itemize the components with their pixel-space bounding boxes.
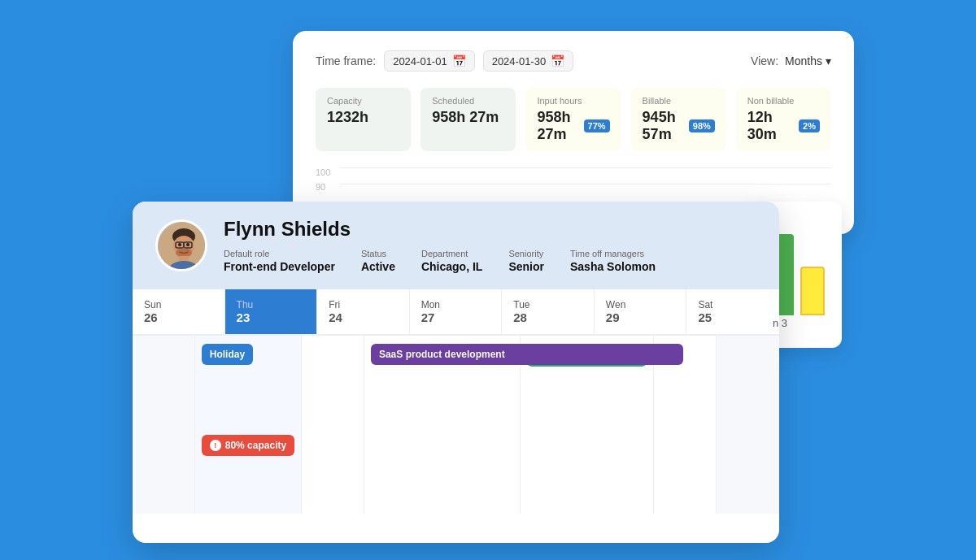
metric-nonbillable-label: Non billable	[747, 96, 820, 106]
n3-label: n 3	[773, 317, 787, 329]
profile-calendar-card: Flynn Shields Default role Front-end Dev…	[133, 202, 779, 543]
metric-input-label: Input hours	[537, 96, 609, 106]
cal-cell-thu23: Holiday ! 80% capacity	[195, 335, 302, 514]
billable-badge: 98%	[689, 119, 715, 132]
calendar-body: Holiday ! 80% capacity SaaS product deve…	[133, 335, 779, 514]
view-row: View: Months ▾	[751, 54, 831, 67]
avatar-image	[158, 222, 207, 271]
metric-nonbillable: Non billable 12h 30m 2%	[736, 88, 831, 151]
day-name-fri: Fri	[329, 299, 398, 310]
yellow-bar	[800, 267, 825, 315]
capacity-label: 80% capacity	[225, 440, 286, 451]
metric-input: Input hours 958h 27m 77%	[525, 88, 621, 151]
calendar-header: Sun 26 Thu 23 Fri 24 Mon 27 Tue 28 Wen 2…	[133, 289, 779, 335]
profile-section: Flynn Shields Default role Front-end Dev…	[133, 202, 779, 289]
seniority-label: Seniority	[508, 249, 544, 258]
view-label: View:	[751, 54, 778, 67]
chart-line-top	[340, 167, 831, 168]
cal-header-fri24: Fri 24	[317, 289, 410, 334]
cal-cell-sun26	[133, 335, 195, 514]
cal-header-tue28: Tue 28	[502, 289, 595, 334]
svg-point-9	[182, 248, 185, 250]
metric-nonbillable-value: 12h 30m 2%	[747, 109, 820, 143]
day-num-25: 25	[698, 310, 768, 324]
profile-details: Default role Front-end Developer Status …	[224, 249, 656, 273]
cal-header-wen29: Wen 29	[595, 289, 687, 334]
event-capacity[interactable]: ! 80% capacity	[202, 435, 294, 456]
metric-billable-value: 945h 57m 98%	[643, 109, 715, 143]
metric-capacity: Capacity 1232h	[316, 88, 411, 151]
input-badge: 77%	[584, 119, 610, 132]
department-label: Department	[421, 249, 482, 258]
seniority-item: Seniority Senior	[508, 249, 544, 273]
default-role-item: Default role Front-end Developer	[224, 249, 335, 273]
event-saas[interactable]: SaaS product development	[371, 344, 683, 365]
cal-header-sat25: Sat 25	[686, 289, 779, 334]
chart-line-bottom	[340, 184, 831, 184]
metric-billable-label: Billable	[643, 96, 715, 106]
metric-scheduled: Scheduled 958h 27m	[420, 88, 516, 151]
svg-point-4	[178, 243, 181, 246]
day-name-mon: Mon	[421, 299, 490, 310]
metric-capacity-label: Capacity	[327, 96, 399, 106]
nonbillable-badge: 2%	[799, 119, 820, 132]
metric-scheduled-label: Scheduled	[432, 96, 504, 106]
metric-capacity-value: 1232h	[327, 109, 399, 126]
timeframe-label: Time frame:	[316, 54, 376, 67]
day-num-23: 23	[237, 310, 306, 324]
status-item: Status Active	[361, 249, 395, 273]
cal-cell-sat25	[717, 335, 779, 514]
cal-cell-mon27: SaaS product development	[364, 335, 521, 514]
seniority-value: Senior	[508, 260, 544, 273]
start-date-value: 2024-01-01	[393, 55, 447, 67]
day-name-thu: Thu	[237, 299, 306, 310]
day-num-26: 26	[144, 310, 213, 324]
cal-header-mon27: Mon 27	[410, 289, 503, 334]
card-header: Time frame: 2024-01-01 📅 2024-01-30 📅 Vi…	[316, 50, 831, 72]
metric-input-value: 958h 27m 77%	[537, 109, 609, 143]
cal-header-sun26: Sun 26	[133, 289, 225, 334]
end-date-value: 2024-01-30	[492, 55, 547, 67]
day-num-29: 29	[606, 310, 675, 324]
time-off-managers-label: Time off managers	[570, 249, 656, 258]
calendar-icon-end: 📅	[551, 54, 564, 67]
calendar-section: Sun 26 Thu 23 Fri 24 Mon 27 Tue 28 Wen 2…	[133, 289, 779, 514]
metric-billable: Billable 945h 57m 98%	[631, 88, 726, 151]
profile-info: Flynn Shields Default role Front-end Dev…	[224, 218, 656, 273]
day-num-27: 27	[421, 310, 490, 324]
view-value: Months	[785, 54, 822, 67]
day-name-wen: Wen	[606, 299, 675, 310]
view-dropdown[interactable]: Months ▾	[785, 54, 831, 67]
cal-header-thu23: Thu 23	[225, 289, 318, 334]
department-item: Department Chicago, IL	[421, 249, 482, 273]
day-name-tue: Tue	[513, 299, 582, 310]
department-value: Chicago, IL	[421, 260, 482, 273]
start-date-input[interactable]: 2024-01-01 📅	[384, 50, 475, 72]
end-date-input[interactable]: 2024-01-30 📅	[483, 50, 574, 72]
default-role-value: Front-end Developer	[224, 260, 335, 273]
calendar-icon-start: 📅	[452, 54, 466, 67]
day-num-24: 24	[329, 310, 398, 324]
status-value: Active	[361, 260, 395, 273]
event-holiday[interactable]: Holiday	[202, 344, 253, 365]
status-label: Status	[361, 249, 395, 258]
time-off-managers-value: Sasha Solomon	[570, 260, 656, 273]
avatar	[155, 219, 207, 271]
day-name-sun: Sun	[144, 299, 213, 310]
metric-scheduled-value: 958h 27m	[432, 109, 504, 126]
metrics-row: Capacity 1232h Scheduled 958h 27m Input …	[316, 88, 831, 151]
svg-point-5	[186, 243, 190, 246]
cal-cell-fri24	[302, 335, 364, 514]
chevron-down-icon: ▾	[826, 54, 831, 67]
warning-icon: !	[210, 440, 221, 451]
default-role-label: Default role	[224, 249, 335, 258]
profile-name: Flynn Shields	[224, 218, 656, 241]
time-off-managers-item: Time off managers Sasha Solomon	[570, 249, 656, 273]
timeframe-row: Time frame: 2024-01-01 📅 2024-01-30 📅	[316, 50, 573, 72]
day-num-28: 28	[513, 310, 582, 324]
day-name-sat: Sat	[698, 299, 768, 310]
